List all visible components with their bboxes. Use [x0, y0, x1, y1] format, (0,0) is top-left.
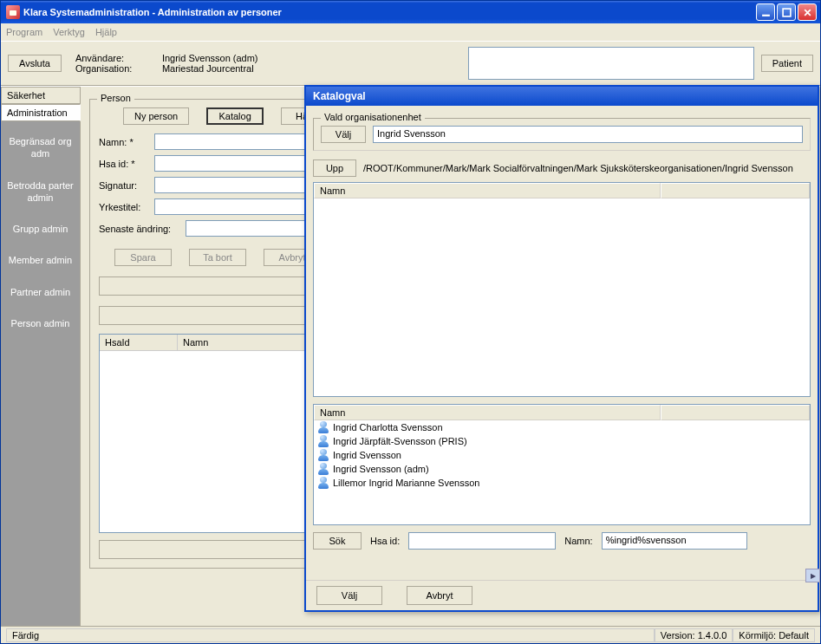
list-item[interactable]: Ingrid Svensson (adm)	[314, 462, 810, 476]
search-namn-input[interactable]: %ingrid%svensson	[602, 532, 747, 550]
spara-button[interactable]: Spara	[114, 249, 172, 266]
signatur-label: Signatur:	[99, 180, 154, 191]
path-text: /ROOT/Kommuner/Mark/Mark Socialförvaltni…	[363, 163, 793, 173]
maximize-button[interactable]	[777, 3, 796, 21]
toolbar: Avsluta Användare:Ingrid Svensson (adm) …	[1, 41, 820, 86]
sidebar-item-member[interactable]: Member admin	[3, 247, 78, 273]
menu-program[interactable]: Program	[6, 27, 42, 37]
search-namn-label: Namn:	[564, 536, 592, 546]
katalog-button[interactable]: Katalog	[206, 107, 264, 125]
patient-button[interactable]: Patient	[761, 55, 813, 72]
svg-rect-0	[762, 14, 770, 16]
org-units-list[interactable]: Namn	[313, 182, 811, 397]
senaste-label: Senaste ändring:	[99, 224, 186, 234]
sok-button[interactable]: Sök	[313, 532, 362, 550]
person-group-label: Person	[97, 93, 134, 103]
dialog-title: Katalogval	[306, 87, 818, 106]
window-title: Klara Systemadministration - Administrat…	[23, 7, 756, 17]
menu-verktyg[interactable]: Verktyg	[53, 27, 85, 37]
user-value: Ingrid Svensson (adm)	[162, 53, 258, 63]
tab-sakerhet[interactable]: Säkerhet	[1, 87, 80, 104]
tab-administration[interactable]: Administration	[1, 104, 81, 121]
persons-list[interactable]: Namn Ingrid Charlotta SvenssonIngrid Jär…	[313, 404, 811, 525]
upp-button[interactable]: Upp	[313, 159, 356, 177]
yrke-label: Yrkestitel:	[99, 202, 154, 212]
org-label: Organisation:	[75, 63, 145, 74]
status-version: Version: 1.4.0.0	[655, 628, 733, 642]
menu-help[interactable]: Hjälp	[95, 27, 117, 37]
sidebar-item-person[interactable]: Person admin	[3, 310, 78, 336]
signatur-input[interactable]	[154, 177, 328, 193]
patient-search-box[interactable]	[468, 47, 754, 80]
side-tabs: Säkerhet Administration Begränsad org ad…	[1, 87, 80, 626]
svg-rect-1	[783, 9, 791, 16]
selected-org-field[interactable]: Ingrid Svensson	[373, 126, 803, 143]
katalogval-dialog: Katalogval Vald organisationenhet Välj I…	[304, 85, 819, 612]
list-item[interactable]: Lillemor Ingrid Marianne Svensson	[314, 476, 810, 490]
sidebar-item-betrodda[interactable]: Betrodda parter admin	[3, 172, 78, 211]
vald-org-label: Vald organisationenhet	[321, 112, 425, 122]
person-icon	[317, 435, 329, 447]
list-item[interactable]: Ingrid Svensson	[314, 448, 810, 462]
avsluta-button[interactable]: Avsluta	[8, 55, 62, 72]
status-env: Körmiljö: Default	[733, 628, 815, 642]
app-window: Klara Systemadministration - Administrat…	[0, 0, 821, 644]
bot-col-namn[interactable]: Namn	[314, 405, 661, 420]
search-hsa-label: Hsa id:	[370, 536, 400, 546]
person-icon	[317, 463, 329, 475]
dialog-avbryt-button[interactable]: Avbryt	[407, 586, 472, 605]
ny-person-button[interactable]: Ny person	[123, 107, 189, 125]
col-hsaid[interactable]: HsaId	[100, 335, 178, 350]
person-icon	[317, 421, 329, 433]
bot-col-blank[interactable]	[661, 405, 810, 420]
yrke-input[interactable]	[154, 198, 328, 215]
top-col-namn[interactable]: Namn	[314, 183, 661, 198]
sidebar-item-begransad[interactable]: Begränsad org adm	[3, 128, 78, 167]
user-label: Användare:	[75, 53, 145, 63]
sidebar-item-partner[interactable]: Partner admin	[3, 279, 78, 305]
top-col-blank[interactable]	[661, 183, 810, 198]
search-hsa-input[interactable]	[408, 532, 556, 550]
scroll-right-icon[interactable]	[805, 569, 820, 582]
list-item[interactable]: Ingrid Järpfält-Svensson (PRIS)	[314, 434, 810, 448]
app-icon	[6, 5, 20, 19]
sidebar-item-grupp[interactable]: Grupp admin	[3, 216, 78, 242]
list-item[interactable]: Ingrid Charlotta Svensson	[314, 420, 810, 434]
status-ready: Färdig	[6, 628, 655, 642]
titlebar: Klara Systemadministration - Administrat…	[1, 1, 820, 23]
list-item-label: Ingrid Charlotta Svensson	[333, 422, 443, 433]
list-item-label: Ingrid Järpfält-Svensson (PRIS)	[333, 436, 467, 446]
dialog-valj-button[interactable]: Välj	[316, 586, 382, 605]
sidebar: Begränsad org adm Betrodda parter admin …	[1, 121, 80, 626]
org-value: Mariestad Jourcentral	[162, 63, 254, 74]
list-item-label: Lillemor Ingrid Marianne Svensson	[333, 478, 479, 488]
close-button[interactable]	[798, 3, 817, 21]
valj-org-button[interactable]: Välj	[321, 126, 366, 143]
menubar: Program Verktyg Hjälp	[1, 23, 820, 41]
namn-label: Namn: *	[99, 137, 154, 147]
list-item-label: Ingrid Svensson	[333, 450, 401, 460]
tabort-button[interactable]: Ta bort	[189, 249, 246, 266]
list-item-label: Ingrid Svensson (adm)	[333, 464, 429, 474]
person-icon	[317, 449, 329, 461]
person-icon	[317, 477, 329, 489]
statusbar: Färdig Version: 1.4.0.0 Körmiljö: Defaul…	[1, 626, 820, 643]
hsa-label: Hsa id: *	[99, 159, 154, 169]
vald-org-group: Vald organisationenhet Välj Ingrid Svens…	[313, 118, 811, 151]
minimize-button[interactable]	[756, 3, 775, 21]
